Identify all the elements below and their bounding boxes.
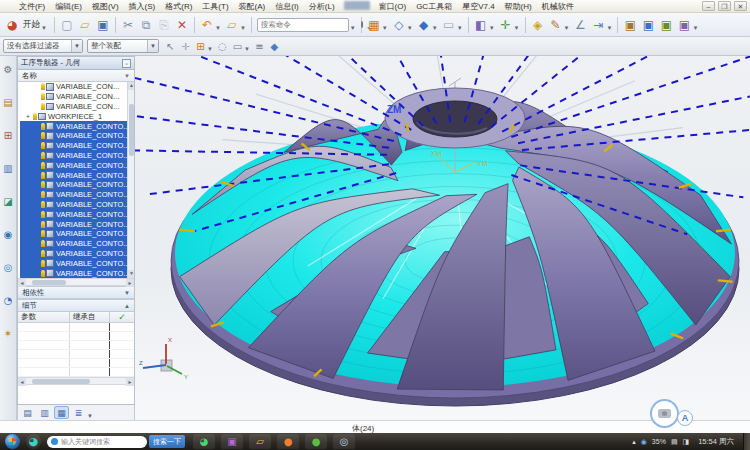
impeller-model[interactable]: ZM XM YM X Y Z bbox=[135, 56, 750, 420]
tree-row[interactable]: VARIABLE_CONTO... bbox=[20, 151, 134, 161]
new-file-icon[interactable]: ▢ bbox=[58, 16, 76, 34]
datum-axis-icon[interactable]: ⇥ bbox=[589, 16, 607, 34]
menu-item[interactable]: 文件(F) bbox=[14, 1, 50, 12]
scrollbar-thumb[interactable] bbox=[32, 280, 66, 285]
chevron-down-icon[interactable]: ▼ bbox=[407, 25, 413, 31]
constraint-navigator-icon[interactable]: ⊞ bbox=[1, 128, 15, 142]
start-button[interactable]: ◕ 开始 ▼ bbox=[3, 16, 49, 34]
tree-row[interactable]: VARIABLE_CON... bbox=[20, 92, 134, 102]
chevron-down-icon[interactable]: ▼ bbox=[514, 25, 520, 31]
palettes-icon[interactable]: ✶ bbox=[1, 326, 15, 340]
cam-geometry-icon[interactable]: ▣ bbox=[621, 16, 639, 34]
menu-item[interactable]: 格式(R) bbox=[160, 1, 197, 12]
screen-capture-bubble[interactable]: A bbox=[650, 399, 706, 432]
tree-row[interactable]: VARIABLE_CONTO... bbox=[20, 190, 134, 200]
scroll-right-icon[interactable]: ► bbox=[126, 279, 134, 287]
restore-button[interactable]: ❐ bbox=[718, 1, 731, 11]
tree-row[interactable]: VARIABLE_CONTO... bbox=[20, 268, 134, 278]
redo-folder-icon[interactable]: ▱ bbox=[223, 16, 241, 34]
tree-horizontal-scrollbar[interactable]: ◄ ► bbox=[18, 278, 134, 286]
chevron-down-icon[interactable]: ▼ bbox=[215, 25, 221, 31]
background-icon[interactable]: ▭ bbox=[440, 16, 458, 34]
taskbar-search-box[interactable]: 输入关键词搜索 bbox=[47, 436, 147, 448]
scroll-right-icon[interactable]: ► bbox=[126, 378, 134, 386]
command-search-input[interactable] bbox=[258, 20, 361, 29]
menu-item[interactable]: 视图(V) bbox=[87, 1, 124, 12]
taskbar-app-teal[interactable]: ◕ bbox=[26, 434, 41, 449]
scroll-down-icon[interactable]: ▼ bbox=[128, 270, 134, 278]
delete-icon[interactable]: ✕ bbox=[173, 16, 191, 34]
taskbar-app-folder[interactable]: ▱ bbox=[249, 434, 271, 449]
cam-verify-icon[interactable]: ▣ bbox=[675, 16, 693, 34]
paste-icon[interactable]: ⎘ bbox=[155, 16, 173, 34]
snap-plus-icon[interactable]: ⊞ bbox=[193, 39, 208, 54]
details-section-header[interactable]: 细节 ▲ bbox=[18, 299, 134, 312]
menu-item[interactable]: 分析(L) bbox=[304, 1, 340, 12]
menu-item[interactable]: 编辑(E) bbox=[50, 1, 87, 12]
menu-item[interactable]: 信息(I) bbox=[270, 1, 304, 12]
geometry-view-icon[interactable]: ▦ bbox=[54, 406, 69, 419]
chevron-down-icon[interactable]: ▼ bbox=[207, 46, 213, 52]
tree-row[interactable]: VARIABLE_CONTO... bbox=[20, 180, 134, 190]
tree-row[interactable]: VARIABLE_CON... bbox=[20, 82, 134, 92]
copy-icon[interactable]: ⧉ bbox=[137, 16, 155, 34]
method-view-icon[interactable]: ≣ bbox=[71, 406, 86, 419]
command-finder[interactable] bbox=[257, 18, 349, 32]
assembly-navigator-icon[interactable]: ▤ bbox=[1, 95, 15, 109]
scrollbar-thumb[interactable] bbox=[32, 379, 90, 384]
details-horizontal-scrollbar[interactable]: ◄ ► bbox=[18, 377, 134, 385]
tray-volume-icon[interactable]: ◨ bbox=[683, 438, 690, 446]
orient-view-icon[interactable]: ◇ bbox=[390, 16, 408, 34]
expander-icon[interactable]: + bbox=[26, 113, 33, 120]
tray-usb-icon[interactable]: ▤ bbox=[671, 438, 678, 446]
tree-row[interactable]: VARIABLE_CONTO... bbox=[20, 229, 134, 239]
menu-item[interactable]: 装配(A) bbox=[234, 1, 271, 12]
taskbar-search-button[interactable]: 搜索一下 bbox=[149, 435, 185, 448]
chevron-down-icon[interactable]: ▼ bbox=[244, 46, 250, 52]
lasso-icon[interactable]: ◌ bbox=[215, 39, 230, 54]
window-layout-icon[interactable]: ▦ bbox=[365, 16, 383, 34]
tree-row[interactable]: VARIABLE_CONTO... bbox=[20, 219, 134, 229]
taskbar-app-ie[interactable]: ◎ bbox=[333, 434, 355, 449]
show-hide-icon[interactable]: ◧ bbox=[472, 16, 490, 34]
hd3d-tools-icon[interactable]: ◉ bbox=[1, 227, 15, 241]
tree-row[interactable]: VARIABLE_CONTO... bbox=[20, 141, 134, 151]
tree-row[interactable]: VARIABLE_CONTO... bbox=[20, 160, 134, 170]
chevron-down-icon[interactable]: ▼ bbox=[87, 413, 93, 419]
tree-row[interactable]: VARIABLE_CONTO... bbox=[20, 200, 134, 210]
menu-item[interactable]: 窗口(O) bbox=[374, 1, 412, 12]
tree-row[interactable]: VARIABLE_CONTO... bbox=[20, 209, 134, 219]
unpin-icon[interactable]: ▫ bbox=[122, 59, 131, 68]
dependencies-section-header[interactable]: 相依性 ▼ bbox=[18, 286, 134, 299]
search-icon[interactable] bbox=[361, 21, 363, 28]
tree-row[interactable]: VARIABLE_CONTO... bbox=[20, 239, 134, 249]
program-order-view-icon[interactable]: ▤ bbox=[20, 406, 35, 419]
tree-row[interactable]: VARIABLE_CONTO... bbox=[20, 249, 134, 259]
tree-column-header[interactable]: 名称 ▼ bbox=[18, 70, 134, 82]
chevron-down-icon[interactable]: ▼ bbox=[457, 25, 463, 31]
minimize-button[interactable]: ‒ bbox=[702, 1, 715, 11]
select-arrow-icon[interactable]: ↖ bbox=[163, 39, 178, 54]
taskbar-clock[interactable]: 15:54 周六 bbox=[698, 438, 734, 446]
roles-gear-icon[interactable]: ⚙ bbox=[1, 62, 15, 76]
reuse-library-icon[interactable]: ◪ bbox=[1, 194, 15, 208]
selection-filter-select[interactable]: 没有选择过滤器 ▼ bbox=[3, 39, 83, 53]
tree-row[interactable]: VARIABLE_CONTO... bbox=[20, 131, 134, 141]
scroll-left-icon[interactable]: ◄ bbox=[18, 378, 26, 386]
assistant-a-button[interactable]: A bbox=[677, 410, 693, 426]
measure-icon[interactable]: ∠ bbox=[571, 16, 589, 34]
tree-row[interactable]: VARIABLE_CONTO... bbox=[20, 121, 134, 131]
scroll-left-icon[interactable]: ◄ bbox=[18, 279, 26, 287]
chevron-down-icon[interactable]: ▼ bbox=[382, 25, 388, 31]
chevron-down-icon[interactable]: ▼ bbox=[489, 25, 495, 31]
chevron-down-icon[interactable]: ▼ bbox=[692, 25, 698, 31]
selection-scope-select[interactable]: 整个装配 ▼ bbox=[87, 39, 159, 53]
tree-row[interactable]: VARIABLE_CONTO... bbox=[20, 170, 134, 180]
scroll-up-icon[interactable]: ▲ bbox=[128, 82, 134, 90]
tray-network-icon[interactable]: ◉ bbox=[641, 438, 647, 446]
web-browser-icon[interactable]: ◎ bbox=[1, 260, 15, 274]
tree-row[interactable]: + WORKPIECE_1 bbox=[20, 111, 134, 121]
close-button[interactable]: ✕ bbox=[734, 1, 747, 11]
more-select-icon[interactable]: ≡ bbox=[252, 39, 267, 54]
sketch-icon[interactable]: ✎ bbox=[547, 16, 565, 34]
